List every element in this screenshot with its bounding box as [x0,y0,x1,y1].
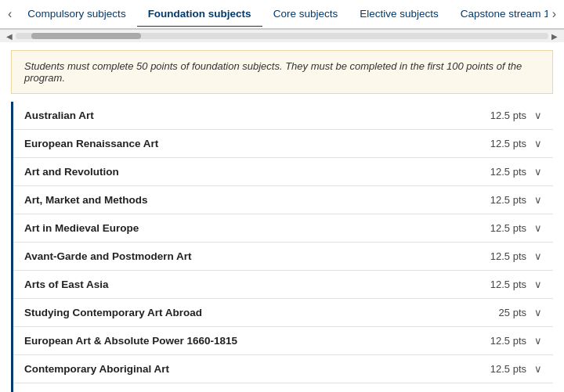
tab-foundation[interactable]: Foundation subjects [137,2,262,27]
subject-pts: 25 pts [499,307,526,318]
scroll-left-icon[interactable]: ◀ [3,32,16,41]
subject-row[interactable]: European Renaissance Art12.5 pts∨ [13,130,553,158]
tab-next-button[interactable]: › [548,0,561,28]
tab-compulsory[interactable]: Compulsory subjects [16,2,136,27]
subject-pts: 12.5 pts [490,222,526,234]
subject-pts: 12.5 pts [490,138,526,149]
chevron-down-icon[interactable]: ∨ [534,363,542,375]
tab-capstone[interactable]: Capstone stream 1: int [450,2,548,27]
subject-pts: 12.5 pts [490,279,526,290]
subject-name: Studying Contemporary Art Abroad [24,307,202,318]
tab-core[interactable]: Core subjects [262,2,349,27]
subject-row[interactable]: Art in Medieval Europe12.5 pts∨ [13,214,553,243]
subject-row[interactable]: Contemporary Aboriginal Art12.5 pts∨ [13,355,553,383]
tab-elective[interactable]: Elective subjects [349,2,450,27]
subject-name: European Art & Absolute Power 1660-1815 [24,335,237,347]
subject-pts: 12.5 pts [490,363,526,375]
chevron-down-icon[interactable]: ∨ [534,307,542,318]
subject-name: Arts of East Asia [24,279,109,290]
scrollbar-track[interactable] [16,33,548,39]
subject-row[interactable]: Australian Art12.5 pts∨ [13,102,553,130]
scrollbar-thumb [31,33,141,39]
subject-name: Art, Market and Methods [24,194,148,206]
subject-row[interactable]: Studying Contemporary Art Abroad25 pts∨ [13,299,553,327]
scroll-right-icon[interactable]: ▶ [548,32,561,41]
tab-bar: ‹ Compulsory subjectsFoundation subjects… [0,0,564,30]
subject-row[interactable]: Avant-Garde and Postmodern Art12.5 pts∨ [13,243,553,271]
subject-right: 12.5 pts∨ [472,279,542,290]
subject-pts: 12.5 pts [490,335,526,347]
subject-name: European Renaissance Art [24,138,158,149]
chevron-down-icon[interactable]: ∨ [534,250,542,262]
chevron-down-icon[interactable]: ∨ [534,138,542,149]
chevron-down-icon[interactable]: ∨ [534,194,542,206]
notice-box: Students must complete 50 points of foun… [11,50,553,94]
subject-name: Art and Revolution [24,166,119,178]
subject-pts: 12.5 pts [490,250,526,262]
subject-name: Avant-Garde and Postmodern Art [24,250,192,262]
chevron-down-icon[interactable]: ∨ [534,335,542,347]
subject-right: 12.5 pts∨ [472,138,542,149]
chevron-down-icon[interactable]: ∨ [534,279,542,290]
subject-name: Contemporary Aboriginal Art [24,363,169,375]
subject-right: 12.5 pts∨ [472,166,542,178]
subject-right: 12.5 pts∨ [472,222,542,234]
subject-row[interactable]: Art and Revolution12.5 pts∨ [13,158,553,186]
subject-row[interactable]: Art, Market and Methods12.5 pts∨ [13,186,553,214]
subject-right: 25 pts∨ [472,307,542,318]
subject-pts: 12.5 pts [490,194,526,206]
subject-right: 12.5 pts∨ [472,363,542,375]
subject-name: Art in Medieval Europe [24,222,139,234]
tab-prev-button[interactable]: ‹ [3,0,16,28]
subject-right: 12.5 pts∨ [472,335,542,347]
scrollbar-row: ◀ ▶ [0,30,564,42]
subject-right: 12.5 pts∨ [472,250,542,262]
tabs-container: Compulsory subjectsFoundation subjectsCo… [16,2,547,27]
subject-list: Australian Art12.5 pts∨European Renaissa… [11,102,553,392]
subject-pts: 12.5 pts [490,166,526,178]
subject-pts: 12.5 pts [490,110,526,121]
subject-name: Australian Art [24,110,94,121]
subject-row[interactable]: Arts of East Asia12.5 pts∨ [13,271,553,299]
chevron-down-icon[interactable]: ∨ [534,166,542,178]
subject-row[interactable]: Contemporary Art12.5 pts∨ [13,383,553,392]
subject-row[interactable]: European Art & Absolute Power 1660-18151… [13,327,553,355]
chevron-down-icon[interactable]: ∨ [534,222,542,234]
notice-text: Students must complete 50 points of foun… [24,60,522,84]
subject-right: 12.5 pts∨ [472,110,542,121]
subject-right: 12.5 pts∨ [472,194,542,206]
chevron-down-icon[interactable]: ∨ [534,110,542,121]
